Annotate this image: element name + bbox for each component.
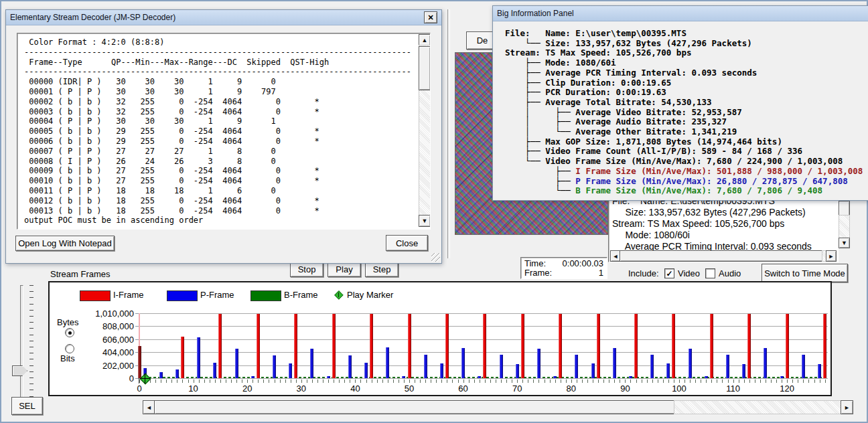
frame-bar-i[interactable] [332, 314, 336, 378]
frame-bar-i[interactable] [445, 314, 449, 378]
video-checkbox-label[interactable]: Video [678, 268, 700, 278]
sel-button[interactable]: SEL [11, 397, 43, 415]
unit-bits-label: Bits [60, 353, 75, 363]
frame-bar-i[interactable] [370, 314, 373, 378]
frame-bar-p[interactable] [175, 369, 179, 378]
chart-hscrollbar[interactable]: ◄ ► [143, 400, 853, 413]
frame-bar-i[interactable] [408, 314, 411, 378]
x-axis-tick [679, 379, 680, 383]
frame-bar-p[interactable] [235, 349, 238, 378]
frame-bar-p[interactable] [386, 347, 389, 378]
frame-bar-p[interactable] [780, 376, 784, 378]
scroll-right-icon[interactable]: ► [826, 250, 837, 262]
scroll-down-icon[interactable]: ▼ [839, 238, 850, 248]
frame-bar-p[interactable] [629, 376, 632, 378]
frame-bar-p[interactable] [689, 349, 692, 378]
frame-bar-p[interactable] [591, 363, 595, 378]
x-axis-tick [820, 379, 820, 383]
zoom-slider-handle[interactable] [12, 365, 27, 376]
frame-bar-i[interactable] [559, 314, 562, 378]
scroll-right-icon[interactable]: ► [841, 400, 853, 414]
frame-bar-i[interactable] [786, 314, 789, 378]
zoom-slider[interactable] [9, 284, 39, 403]
unit-bits-radio[interactable] [65, 344, 74, 353]
x-axis-tick [242, 379, 242, 383]
frame-bar-p[interactable] [705, 376, 708, 378]
close-button[interactable]: Close [386, 235, 428, 251]
frame-bar-p[interactable] [537, 349, 540, 378]
x-axis-tick [307, 379, 307, 383]
frame-bar-i[interactable] [218, 314, 222, 378]
listbox-hscrollbar[interactable]: ◄ ► [610, 250, 837, 260]
close-icon[interactable]: ✕ [424, 11, 437, 23]
stream-info-listbox[interactable]: File: Name: E:\user\temp\00395.MTS Size:… [608, 199, 839, 262]
play-button[interactable]: Play [328, 262, 361, 277]
play-marker[interactable] [140, 373, 150, 384]
decoder-log-box[interactable]: Color Format : 4:2:0 (8:8:8) -----------… [17, 33, 431, 230]
listbox-vscroll-thumb[interactable] [839, 201, 850, 216]
chart-plot[interactable]: I-FrameP-FrameB-FramePlay MarkerBytesBit… [48, 281, 832, 396]
frame-bar-i[interactable] [634, 314, 638, 378]
slider-tick [29, 377, 33, 378]
open-log-button[interactable]: Open Log With Notepad [15, 236, 115, 251]
frame-bar-i[interactable] [294, 314, 297, 378]
chart-hscroll-thumb[interactable] [154, 400, 675, 414]
frame-bar-p[interactable] [327, 376, 330, 378]
frame-bar-p[interactable] [251, 376, 255, 378]
stop-button[interactable]: Stop [290, 262, 323, 277]
frame-bar-i[interactable] [823, 314, 826, 378]
frame-bar-p[interactable] [440, 363, 443, 378]
decoder-window: Elementary Stream Decoder (JM-SP Decoder… [5, 9, 442, 264]
log-vscrollbar[interactable]: ▲ ▼ [419, 34, 429, 227]
frame-bar-p[interactable] [213, 363, 216, 378]
switch-time-mode-button[interactable]: Switch to Time Mode [762, 264, 848, 282]
frame-bar-p[interactable] [553, 376, 557, 378]
frame-bar-p[interactable] [159, 372, 163, 378]
frame-bar-p[interactable] [613, 348, 616, 378]
frame-bar-p[interactable] [516, 364, 519, 378]
frame-bar-i[interactable] [747, 314, 751, 378]
frame-bar-i[interactable] [257, 314, 260, 378]
frame-bar-p[interactable] [197, 337, 200, 378]
frame-bar-p[interactable] [273, 355, 276, 378]
frame-bar-p[interactable] [764, 348, 767, 378]
frame-bar-p[interactable] [461, 348, 465, 378]
frame-bar-i[interactable] [181, 337, 184, 378]
frame-bar-p[interactable] [478, 376, 481, 378]
frame-bar-i[interactable] [521, 314, 524, 378]
big-panel-titlebar[interactable]: Big Information Panel [493, 6, 868, 21]
frame-bar-p[interactable] [348, 355, 352, 378]
frame-bar-p[interactable] [364, 363, 368, 378]
unit-bytes-radio[interactable] [65, 328, 74, 337]
step-button[interactable]: Step [365, 262, 399, 277]
frame-bar-i[interactable] [672, 314, 675, 378]
frame-bar-p[interactable] [289, 363, 292, 378]
x-axis-tick [550, 379, 551, 383]
scroll-down-icon[interactable]: ▼ [419, 215, 431, 227]
video-checkbox[interactable]: ✓ [664, 268, 674, 278]
frame-bar-p[interactable] [666, 363, 670, 378]
zoom-slider-track[interactable] [20, 285, 23, 402]
frame-bar-i[interactable] [710, 314, 713, 378]
listbox-vscrollbar[interactable]: ▼ [839, 199, 849, 248]
frame-bar-i[interactable] [597, 314, 600, 378]
frame-bar-p[interactable] [500, 355, 503, 378]
audio-checkbox[interactable] [705, 268, 715, 278]
slider-tick [29, 365, 33, 366]
x-axis-tick [463, 379, 464, 383]
frame-bar-p[interactable] [742, 364, 745, 378]
frame-bar-p[interactable] [424, 355, 427, 378]
resize-grip[interactable] [431, 253, 440, 262]
frame-bar-p[interactable] [818, 364, 821, 378]
frame-bar-p[interactable] [650, 355, 654, 378]
frame-bar-p[interactable] [726, 355, 729, 378]
listbox-hscroll-thumb[interactable] [620, 250, 823, 262]
frame-bar-p[interactable] [575, 355, 578, 378]
frame-bar-p[interactable] [802, 355, 805, 378]
frame-bar-i[interactable] [483, 314, 486, 378]
frame-bar-p[interactable] [310, 349, 313, 378]
audio-checkbox-label[interactable]: Audio [719, 268, 741, 278]
log-vscroll-thumb[interactable] [419, 46, 431, 90]
frame-bar-p[interactable] [402, 376, 405, 378]
decoder-titlebar[interactable]: Elementary Stream Decoder (JM-SP Decoder… [6, 10, 441, 25]
